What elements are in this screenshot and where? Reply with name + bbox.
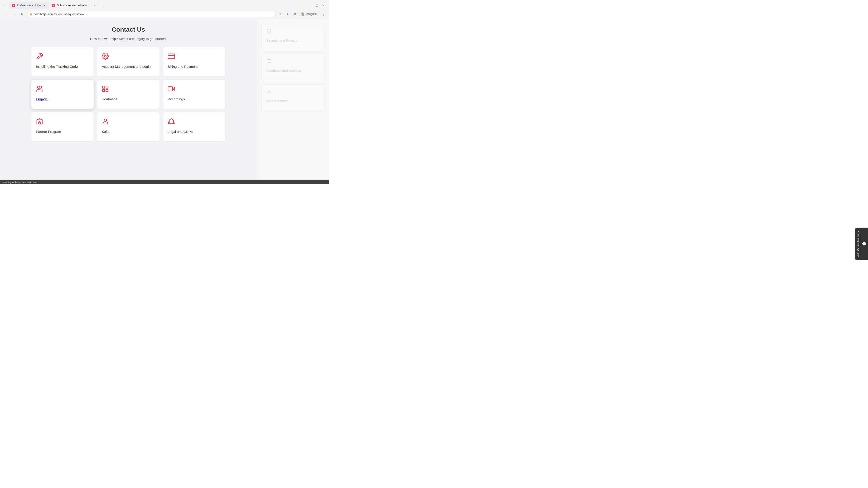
main-content: Contact Us How can we help? Select a cat… (0, 19, 257, 180)
card-installing-tracking[interactable]: Installing the Tracking Code (31, 47, 94, 76)
tabs-container: H Preferences - Hotjar ✕ H Submit a requ… (9, 2, 308, 9)
page-subtitle: How can we help? Select a category to ge… (13, 37, 243, 41)
incognito-label: Incognito (306, 12, 317, 15)
lock-icon: 🔒 (30, 13, 33, 15)
tab-1-close[interactable]: ✕ (43, 4, 46, 7)
card-sales[interactable]: Sales (97, 112, 160, 141)
building-icon (36, 118, 89, 127)
people-circle-icon (102, 118, 155, 127)
right-panel-card-feedback: Feedback and Surveys (261, 54, 324, 81)
refresh-button[interactable]: ↻ (19, 11, 25, 17)
right-user-attr-label: User Attributes (266, 99, 288, 103)
right-panel-card-security: Security and Privacy (261, 24, 324, 51)
card-account-label: Account Management and Login (102, 65, 151, 68)
wrench-icon (36, 53, 89, 61)
right-panel: Security and Privacy Feedback and Survey… (257, 19, 329, 180)
svg-rect-13 (39, 122, 40, 124)
maximize-button[interactable]: ❐ (315, 3, 319, 8)
shield-icon (266, 29, 320, 35)
feedback-icon (266, 59, 320, 66)
wallet-icon (168, 53, 221, 61)
svg-rect-4 (103, 86, 105, 88)
address-bar[interactable]: 🔒 help.hotjar.com/hc/en-us/requests/new (27, 11, 275, 17)
card-partner-label: Partner Program (36, 130, 61, 133)
card-billing-label: Billing and Payment (168, 65, 198, 68)
tab-preferences[interactable]: H Preferences - Hotjar ✕ (9, 2, 49, 9)
window-controls: — ❐ ✕ (308, 3, 327, 8)
forward-button[interactable]: → (11, 11, 17, 17)
right-feedback-label: Feedback and Surveys (266, 69, 301, 72)
close-button[interactable]: ✕ (321, 3, 326, 8)
tab-1-label: Preferences - Hotjar (17, 4, 41, 7)
minimize-button[interactable]: — (308, 3, 313, 8)
card-engage[interactable]: Engage (31, 79, 94, 109)
svg-rect-7 (103, 90, 105, 92)
card-recordings-label: Recordings (168, 97, 185, 101)
svg-rect-6 (106, 90, 108, 92)
card-partner-program[interactable]: Partner Program (31, 112, 94, 141)
heatmap-icon (102, 85, 155, 94)
card-installing-label: Installing the Tracking Code (36, 65, 78, 68)
incognito-icon: 🕵 (301, 12, 305, 15)
video-icon (168, 85, 221, 94)
card-heatmaps[interactable]: Heatmaps (97, 79, 160, 109)
toolbar-right: ☆ ⤓ ⧉ 🕵 Incognito ⋮ (277, 11, 327, 17)
card-legal-label: Legal and GDPR (168, 130, 193, 133)
svg-marker-8 (173, 87, 175, 90)
layout-button[interactable]: ⧉ (291, 11, 298, 17)
user-attr-icon (266, 89, 320, 96)
card-legal-gdpr[interactable]: Legal and GDPR (163, 112, 225, 141)
tab-submit-request[interactable]: H Submit a request – Hotjar Docu... ✕ (49, 2, 99, 9)
address-bar-row: ← → ↻ 🔒 help.hotjar.com/hc/en-us/request… (0, 9, 329, 19)
users-icon (36, 85, 89, 94)
svg-rect-5 (106, 86, 108, 88)
svg-point-14 (104, 119, 107, 121)
card-heatmaps-label: Heatmaps (102, 97, 117, 101)
card-recordings[interactable]: Recordings (163, 79, 225, 109)
page-title: Contact Us (13, 26, 243, 33)
status-text: Waiting for hotjar.zendesk.com... (3, 181, 39, 184)
status-bar: Waiting for hotjar.zendesk.com... (0, 180, 329, 184)
right-panel-card-user-attributes: User Attributes (261, 84, 324, 111)
tab-1-favicon: H (12, 4, 15, 7)
page-content: Contact Us How can we help? Select a cat… (0, 19, 329, 180)
card-account-management[interactable]: Account Management and Login (97, 47, 160, 76)
svg-point-3 (37, 86, 40, 89)
card-billing-payment[interactable]: Billing and Payment (163, 47, 225, 76)
svg-rect-1 (168, 54, 175, 59)
right-security-label: Security and Privacy (266, 38, 297, 42)
incognito-badge[interactable]: 🕵 Incognito (299, 12, 319, 16)
address-text: help.hotjar.com/hc/en-us/requests/new (34, 12, 84, 16)
download-button[interactable]: ⤓ (284, 11, 291, 17)
svg-point-0 (104, 55, 106, 57)
bookmark-button[interactable]: ☆ (277, 11, 283, 17)
crown-icon (168, 118, 221, 127)
gear-icon (102, 53, 155, 61)
card-engage-label: Engage (36, 97, 48, 101)
tab-nav-back[interactable]: ‹ (2, 2, 8, 8)
back-button[interactable]: ← (3, 11, 9, 17)
svg-rect-9 (168, 87, 173, 91)
card-sales-label: Sales (102, 130, 110, 133)
new-tab-button[interactable]: + (100, 3, 106, 9)
tab-2-close[interactable]: ✕ (92, 4, 96, 7)
browser-chrome: ‹ H Preferences - Hotjar ✕ H Submit a re… (0, 0, 329, 184)
tab-2-favicon: H (52, 4, 55, 7)
tab-2-label: Submit a request – Hotjar Docu... (57, 4, 91, 7)
cards-grid: Installing the Tracking Code Account Man… (31, 47, 225, 141)
svg-point-15 (268, 90, 270, 92)
more-button[interactable]: ⋮ (320, 11, 327, 17)
